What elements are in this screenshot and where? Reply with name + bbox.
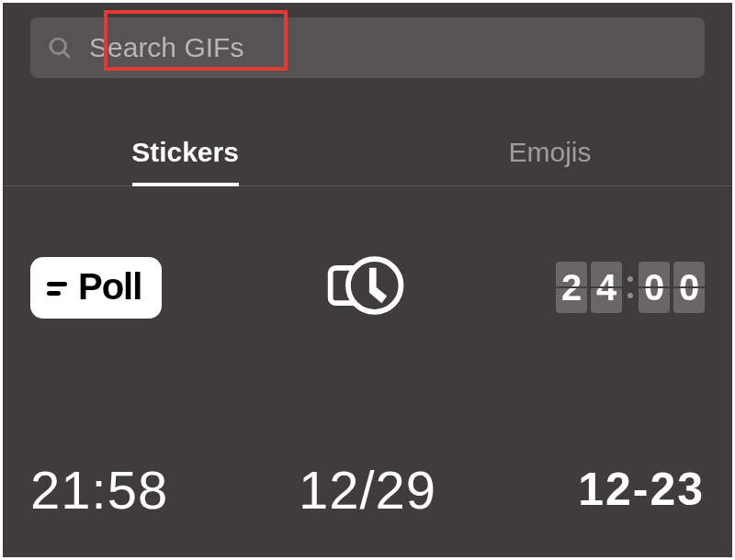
sticker-picker-panel: Stickers Emojis Poll xyxy=(3,3,732,557)
date-text: 12/29 xyxy=(299,459,436,521)
sticker-date-12-29[interactable]: 12/29 xyxy=(255,459,481,521)
search-input[interactable] xyxy=(89,32,688,63)
date-text: 12-23 xyxy=(578,463,705,516)
bookmark-clock-icon xyxy=(323,241,412,333)
sticker-date-12-23[interactable]: 12-23 xyxy=(480,463,705,516)
tab-stickers[interactable]: Stickers xyxy=(3,118,368,185)
sticker-poll[interactable]: Poll xyxy=(30,257,255,319)
sticker-bookmark-clock[interactable] xyxy=(255,241,481,333)
flip-digit: 0 xyxy=(639,262,670,313)
sticker-flipclock[interactable]: 2 4 0 0 xyxy=(480,262,705,313)
sticker-row: 21:58 12/29 12-23 xyxy=(30,453,705,526)
time-text: 21:58 xyxy=(30,459,168,521)
sticker-grid: Poll 2 4 0 xyxy=(30,232,705,557)
tab-label: Stickers xyxy=(131,137,239,168)
poll-lines-icon xyxy=(47,282,69,296)
sticker-row: Poll 2 4 0 xyxy=(30,232,705,342)
tabs: Stickers Emojis xyxy=(3,118,732,186)
tab-label: Emojis xyxy=(508,137,591,168)
search-icon xyxy=(47,35,73,61)
poll-chip: Poll xyxy=(30,257,162,319)
flip-digit: 2 xyxy=(556,262,587,313)
flip-digit: 4 xyxy=(591,262,622,313)
flip-digit: 0 xyxy=(673,262,705,313)
sticker-time-21-58[interactable]: 21:58 xyxy=(30,459,255,521)
search-bar[interactable] xyxy=(30,17,705,78)
flip-colon-icon xyxy=(626,276,635,298)
svg-line-1 xyxy=(63,51,69,57)
flipclock: 2 4 0 0 xyxy=(556,262,705,313)
poll-label: Poll xyxy=(78,266,141,308)
tab-emojis[interactable]: Emojis xyxy=(368,118,732,185)
